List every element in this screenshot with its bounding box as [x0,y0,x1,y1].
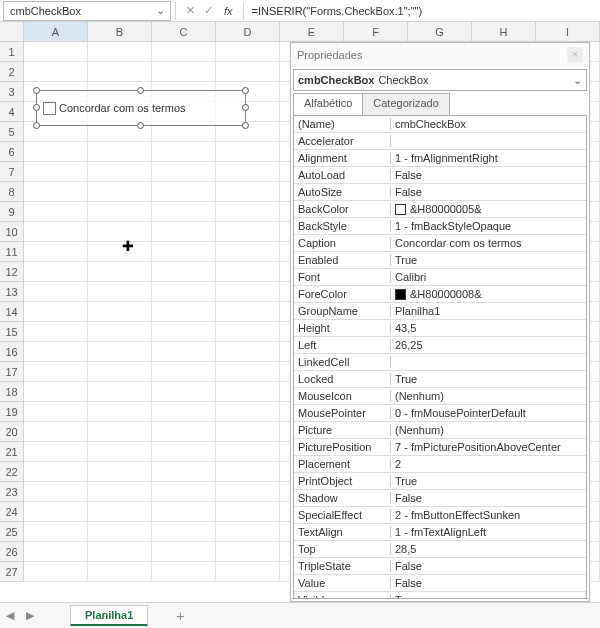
cell[interactable] [88,422,152,442]
chevron-down-icon[interactable]: ⌄ [154,4,166,17]
row-header[interactable]: 24 [0,502,24,522]
cell[interactable] [152,262,216,282]
cell[interactable] [152,422,216,442]
property-value[interactable]: False [391,560,586,572]
cell[interactable] [216,322,280,342]
cell[interactable] [216,422,280,442]
property-row[interactable]: ForeColor&H80000008& [294,286,586,303]
cancel-icon[interactable]: ✕ [182,3,198,19]
cell[interactable] [216,182,280,202]
property-value[interactable]: 2 - fmButtonEffectSunken [391,509,586,521]
cell[interactable] [152,482,216,502]
row-header[interactable]: 17 [0,362,24,382]
property-row[interactable]: Picture(Nenhum) [294,422,586,439]
property-row[interactable]: MousePointer0 - fmMousePointerDefault [294,405,586,422]
cell[interactable] [216,242,280,262]
property-value[interactable]: Concordar com os termos [391,237,586,249]
property-value[interactable]: 1 - fmAlignmentRight [391,152,586,164]
property-row[interactable]: EnabledTrue [294,252,586,269]
checkbox-icon[interactable] [43,102,56,115]
property-value[interactable]: 7 - fmPicturePositionAboveCenter [391,441,586,453]
cell[interactable] [152,282,216,302]
property-value[interactable]: 43,5 [391,322,586,334]
object-selector[interactable]: cmbCheckBox CheckBox ⌄ [293,69,587,91]
cell[interactable] [88,142,152,162]
row-header[interactable]: 26 [0,542,24,562]
resize-handle[interactable] [242,122,249,129]
cell[interactable] [24,362,88,382]
cell[interactable] [216,402,280,422]
row-header[interactable]: 3 [0,82,24,102]
fx-icon[interactable]: fx [224,5,233,17]
row-header[interactable]: 11 [0,242,24,262]
tab-alphabetic[interactable]: Alfabético [293,93,363,115]
property-row[interactable]: (Name)cmbCheckBox [294,116,586,133]
property-value[interactable]: (Nenhum) [391,424,586,436]
property-row[interactable]: AutoLoadFalse [294,167,586,184]
row-header[interactable]: 18 [0,382,24,402]
row-header[interactable]: 9 [0,202,24,222]
cell[interactable] [88,262,152,282]
column-header[interactable]: G [408,22,472,41]
column-header[interactable]: B [88,22,152,41]
property-row[interactable]: GroupNamePlanilha1 [294,303,586,320]
cell[interactable] [152,142,216,162]
property-value[interactable]: True [391,475,586,487]
row-header[interactable]: 10 [0,222,24,242]
row-header[interactable]: 15 [0,322,24,342]
property-row[interactable]: VisibleTrue [294,592,586,599]
property-value[interactable]: 1 - fmBackStyleOpaque [391,220,586,232]
cell[interactable] [216,42,280,62]
cell[interactable] [88,442,152,462]
property-row[interactable]: Placement2 [294,456,586,473]
property-value[interactable]: False [391,577,586,589]
cell[interactable] [152,522,216,542]
cell[interactable] [88,562,152,582]
checkbox-control[interactable]: Concordar com os termos [36,90,246,126]
column-header[interactable]: E [280,22,344,41]
cell[interactable] [88,202,152,222]
cell[interactable] [24,242,88,262]
cell[interactable] [24,482,88,502]
properties-grid[interactable]: (Name)cmbCheckBoxAcceleratorAlignment1 -… [293,115,587,599]
row-header[interactable]: 25 [0,522,24,542]
cell[interactable] [216,362,280,382]
property-value[interactable]: 0 - fmMousePointerDefault [391,407,586,419]
cell[interactable] [88,502,152,522]
resize-handle[interactable] [137,122,144,129]
cell[interactable] [216,442,280,462]
cell[interactable] [24,562,88,582]
check-icon[interactable]: ✓ [200,3,216,19]
resize-handle[interactable] [242,87,249,94]
cell[interactable] [152,62,216,82]
property-row[interactable]: Accelerator [294,133,586,150]
property-row[interactable]: TextAlign1 - fmTextAlignLeft [294,524,586,541]
property-value[interactable]: 28,5 [391,543,586,555]
cell[interactable] [24,62,88,82]
cell[interactable] [216,142,280,162]
property-value[interactable]: 2 [391,458,586,470]
property-value[interactable]: Planilha1 [391,305,586,317]
property-row[interactable]: Height43,5 [294,320,586,337]
property-value[interactable]: True [391,594,586,599]
property-value[interactable]: True [391,373,586,385]
cell[interactable] [152,342,216,362]
property-value[interactable]: Calibri [391,271,586,283]
property-value[interactable]: &H80000005& [391,203,586,215]
cell[interactable] [88,462,152,482]
cell[interactable] [216,502,280,522]
cell[interactable] [24,302,88,322]
cell[interactable] [152,542,216,562]
cell[interactable] [216,382,280,402]
row-header[interactable]: 14 [0,302,24,322]
row-header[interactable]: 21 [0,442,24,462]
cell[interactable] [152,302,216,322]
cell[interactable] [216,222,280,242]
cell[interactable] [152,442,216,462]
cell[interactable] [216,282,280,302]
property-row[interactable]: Left26,25 [294,337,586,354]
cell[interactable] [24,162,88,182]
row-header[interactable]: 1 [0,42,24,62]
add-sheet-icon[interactable]: + [176,608,184,624]
cell[interactable] [24,542,88,562]
